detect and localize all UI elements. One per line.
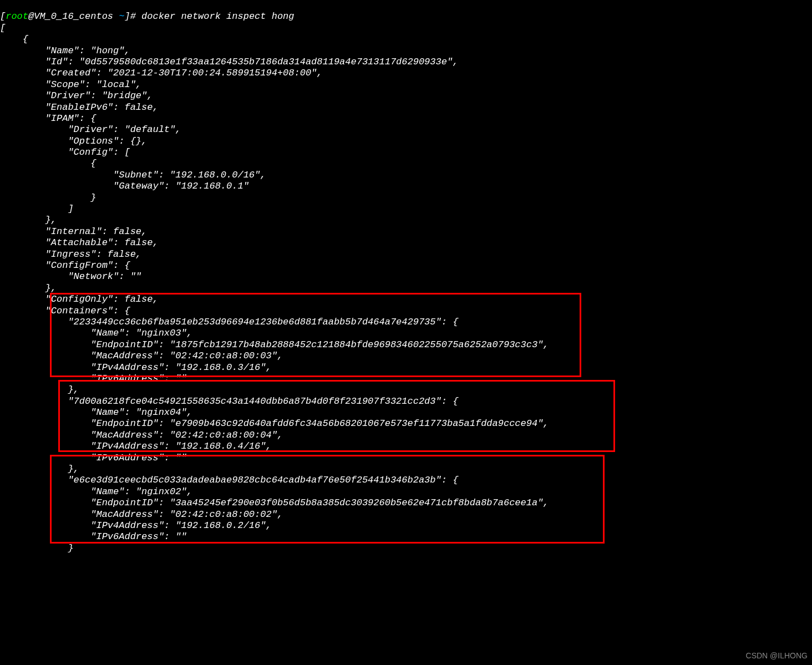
json-c3-ipv4: "IPv4Address": "192.168.0.2/16",	[0, 520, 812, 531]
json-ipam-gateway: "Gateway": "192.168.0.1"	[0, 181, 812, 192]
json-c3-ipv6: "IPv6Address": ""	[0, 531, 812, 542]
json-configfrom-close: },	[0, 283, 812, 294]
json-c2-name: "Name": "nginx04",	[0, 407, 812, 418]
json-obj-open: {	[0, 34, 812, 45]
json-ipam-options: "Options": {},	[0, 136, 812, 147]
json-c3-close: }	[0, 543, 812, 554]
json-name: "Name": "hong",	[0, 45, 812, 57]
prompt-at: @	[28, 11, 34, 22]
json-c2-key: "7d00a6218fce04c54921558635c43a1440dbb6a…	[0, 396, 812, 407]
json-configfrom-net: "Network": ""	[0, 271, 812, 282]
json-id: "Id": "0d5579580dc6813e1f33aa1264535b718…	[0, 57, 812, 68]
json-c3-mac: "MacAddress": "02:42:c0:a8:00:02",	[0, 509, 812, 520]
json-driver: "Driver": "bridge",	[0, 90, 812, 101]
json-ipam-config-close: ]	[0, 204, 812, 215]
prompt-host: VM_0_16_centos	[34, 11, 119, 22]
command-text[interactable]: docker network inspect hong	[141, 11, 294, 22]
json-c2-eid: "EndpointID": "e7909b463c92d640afdd6fc34…	[0, 418, 812, 429]
prompt-tilde: ~	[119, 11, 124, 22]
json-ingress: "Ingress": false,	[0, 249, 812, 260]
json-ipam-cfg-close: }	[0, 192, 812, 204]
json-c1-eid: "EndpointID": "1875fcb12917b48ab2888452c…	[0, 339, 812, 351]
bracket-open: [	[0, 11, 6, 22]
json-ipam-close: },	[0, 215, 812, 226]
json-c3-key: "e6ce3d91ceecbd5c033adadeabae9828cbc64ca…	[0, 475, 812, 486]
json-c1-name: "Name": "nginx03",	[0, 328, 812, 339]
json-configfrom-open: "ConfigFrom": {	[0, 260, 812, 271]
watermark-text: CSDN @ILHONG	[746, 651, 808, 661]
json-c3-eid: "EndpointID": "3aa45245ef290e03f0b56d5b8…	[0, 498, 812, 509]
prompt-line: [root@VM_0_16_centos ~]# docker network …	[0, 0, 812, 23]
bracket-close: ]	[124, 11, 130, 22]
json-c2-close: },	[0, 464, 812, 475]
json-created: "Created": "2021-12-30T17:00:24.58991519…	[0, 68, 812, 79]
json-c2-mac: "MacAddress": "02:42:c0:a8:00:04",	[0, 430, 812, 441]
json-scope: "Scope": "local",	[0, 79, 812, 90]
json-configonly: "ConfigOnly": false,	[0, 294, 812, 305]
prompt-hash: #	[130, 11, 141, 22]
json-attachable: "Attachable": false,	[0, 237, 812, 248]
json-c1-ipv4: "IPv4Address": "192.168.0.3/16",	[0, 362, 812, 373]
json-c1-mac: "MacAddress": "02:42:c0:a8:00:03",	[0, 351, 812, 362]
json-ipam-config-open: "Config": [	[0, 147, 812, 158]
json-c2-ipv4: "IPv4Address": "192.168.0.4/16",	[0, 441, 812, 452]
json-ipam-open: "IPAM": {	[0, 113, 812, 124]
json-c1-key: "2233449cc36cb6fba951eb253d96694e1236be6…	[0, 317, 812, 328]
prompt-user: root	[6, 11, 28, 22]
json-c1-ipv6: "IPv6Address": ""	[0, 373, 812, 384]
json-c3-name: "Name": "nginx02",	[0, 486, 812, 498]
json-ipam-driver: "Driver": "default",	[0, 124, 812, 135]
json-enableipv6: "EnableIPv6": false,	[0, 102, 812, 113]
json-internal: "Internal": false,	[0, 226, 812, 237]
json-ipam-subnet: "Subnet": "192.168.0.0/16",	[0, 170, 812, 181]
json-open-bracket: [	[0, 23, 812, 34]
json-c2-ipv6: "IPv6Address": ""	[0, 453, 812, 464]
json-containers-open: "Containers": {	[0, 306, 812, 317]
json-ipam-cfg-brace: {	[0, 158, 812, 169]
json-c1-close: },	[0, 384, 812, 395]
